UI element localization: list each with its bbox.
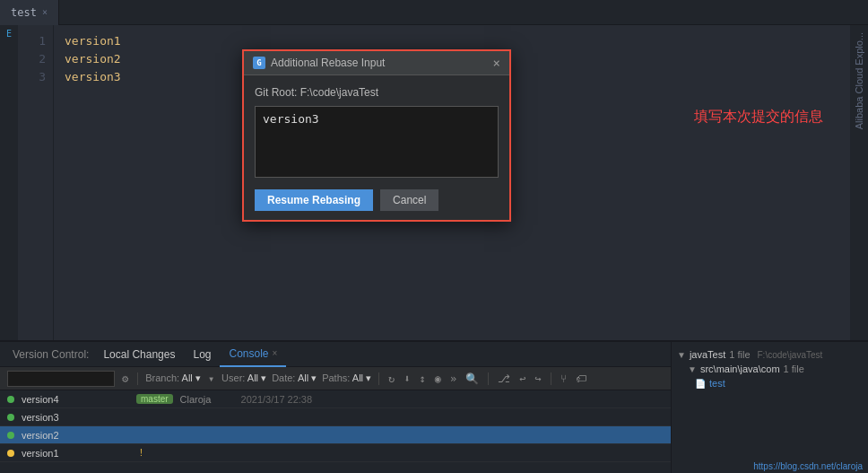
src-label: src\main\java\com bbox=[700, 364, 780, 374]
more-icon[interactable]: » bbox=[448, 372, 458, 385]
user-filter[interactable]: User: All ▾ bbox=[221, 372, 266, 384]
commit-dot-v3 bbox=[7, 414, 14, 421]
commit-dot-v4 bbox=[7, 396, 14, 403]
dialog-overlay: G Additional Rebase Input × Git Root: F:… bbox=[242, 49, 511, 222]
tab-log[interactable]: Log bbox=[184, 342, 220, 367]
paths-filter[interactable]: Paths: All ▾ bbox=[322, 372, 371, 384]
javatest-label: javaTest bbox=[690, 349, 725, 360]
console-tab-close[interactable]: × bbox=[273, 348, 278, 358]
test-file-label: test bbox=[709, 378, 725, 389]
redo-icon[interactable]: ↪ bbox=[533, 372, 542, 385]
dialog-body: Git Root: F:\code\javaTest version3 Resu… bbox=[244, 75, 509, 220]
commit-search-input[interactable] bbox=[7, 371, 115, 387]
dialog-app-icon: G bbox=[253, 57, 265, 69]
commit-msg-v1: version1 bbox=[22, 448, 129, 459]
commit-dot-v1 bbox=[7, 450, 14, 457]
javatest-count: 1 file bbox=[729, 349, 750, 360]
commit-date-v4: 2021/3/17 22:38 bbox=[241, 394, 340, 405]
dialog-buttons: Resume Rebasing Cancel bbox=[255, 189, 499, 211]
tab-bar: test × bbox=[0, 0, 868, 25]
javatest-path: F:\code\javaTest bbox=[758, 350, 823, 360]
left-sidebar: E bbox=[0, 25, 18, 340]
dialog-title-left: G Additional Rebase Input bbox=[253, 57, 385, 69]
refresh-icon[interactable]: ↻ bbox=[386, 372, 396, 385]
eye-icon[interactable]: ◉ bbox=[433, 372, 443, 385]
commit-message-textarea[interactable]: version3 bbox=[255, 106, 499, 178]
line-number-2: 2 bbox=[18, 50, 46, 68]
toolbar-separator-3 bbox=[488, 372, 489, 385]
commit-msg-v3: version3 bbox=[22, 412, 129, 423]
tree-arrow-src: ▼ bbox=[688, 364, 697, 374]
branch-filter[interactable]: Branch: All ▾ bbox=[145, 372, 201, 384]
line-number-1: 1 bbox=[18, 32, 46, 50]
sidebar-explorer-icon[interactable]: E bbox=[6, 29, 12, 39]
far-right-strip: Alibaba Cloud Explo... bbox=[850, 25, 868, 340]
commit-author-v4: Claroja bbox=[180, 394, 234, 405]
cherry-pick-icon[interactable]: ⎇ bbox=[496, 372, 512, 385]
commit-dot-v2 bbox=[7, 432, 14, 439]
tab-console[interactable]: Console × bbox=[220, 342, 286, 367]
tab-local-changes[interactable]: Local Changes bbox=[94, 342, 184, 367]
git-root-label: Git Root: F:\code\javaTest bbox=[255, 86, 499, 99]
commit-msg-v2: version2 bbox=[22, 430, 129, 441]
url-bar: https://blog.csdn.net/claroja bbox=[748, 460, 868, 473]
tag-icon[interactable]: 🏷 bbox=[574, 372, 588, 385]
toolbar-separator-4 bbox=[551, 372, 551, 385]
search-icon[interactable]: 🔍 bbox=[464, 372, 481, 385]
commit-msg-v4: version4 bbox=[22, 394, 129, 405]
editor-tab[interactable]: test × bbox=[0, 0, 59, 25]
alibaba-cloud-icon[interactable]: Alibaba Cloud Explo... bbox=[854, 32, 864, 129]
tree-arrow-javatest: ▼ bbox=[677, 350, 686, 360]
commit-warning-icon: ! bbox=[140, 448, 143, 458]
toolbar-separator-1 bbox=[137, 372, 138, 385]
cancel-button[interactable]: Cancel bbox=[380, 189, 438, 211]
src-count: 1 file bbox=[784, 364, 804, 374]
line-number-3: 3 bbox=[18, 68, 46, 86]
dialog-close-btn[interactable]: × bbox=[493, 57, 500, 69]
tab-close-btn[interactable]: × bbox=[42, 7, 48, 17]
version-control-label: Version Control: bbox=[7, 348, 94, 361]
file-tree-test[interactable]: 📄 test bbox=[677, 376, 863, 390]
dialog-title-bar: G Additional Rebase Input × bbox=[244, 51, 509, 75]
resume-rebasing-button[interactable]: Resume Rebasing bbox=[255, 189, 373, 211]
branch-icon[interactable]: ⑂ bbox=[559, 372, 569, 385]
file-tree-src[interactable]: ▼ src\main\java\com 1 file bbox=[677, 362, 863, 376]
annotation-text: 填写本次提交的信息 bbox=[694, 108, 823, 127]
git-root-path: F:\code\javaTest bbox=[300, 86, 378, 99]
settings-small-icon[interactable]: ⚙ bbox=[120, 372, 130, 385]
rebase-dialog: G Additional Rebase Input × Git Root: F:… bbox=[242, 49, 511, 222]
code-line-1: version1 bbox=[65, 32, 857, 50]
right-file-panel: ▼ javaTest 1 file F:\code\javaTest ▼ src… bbox=[671, 340, 868, 473]
undo-icon[interactable]: ↩ bbox=[517, 372, 527, 385]
fetch-icon[interactable]: ⬇ bbox=[402, 372, 412, 385]
file-tree-javatest[interactable]: ▼ javaTest 1 file F:\code\javaTest bbox=[677, 347, 863, 362]
file-doc-icon: 📄 bbox=[695, 379, 706, 389]
date-filter[interactable]: Date: All ▾ bbox=[272, 372, 317, 384]
filter-sep: ▾ bbox=[206, 372, 216, 385]
dialog-title-text: Additional Rebase Input bbox=[271, 57, 385, 69]
toolbar-separator-2 bbox=[378, 372, 379, 385]
commit-tag-master: master bbox=[136, 394, 173, 404]
push-icon[interactable]: ↕ bbox=[418, 372, 428, 385]
tab-label: test bbox=[11, 6, 37, 19]
line-numbers: 1 2 3 bbox=[18, 25, 54, 340]
